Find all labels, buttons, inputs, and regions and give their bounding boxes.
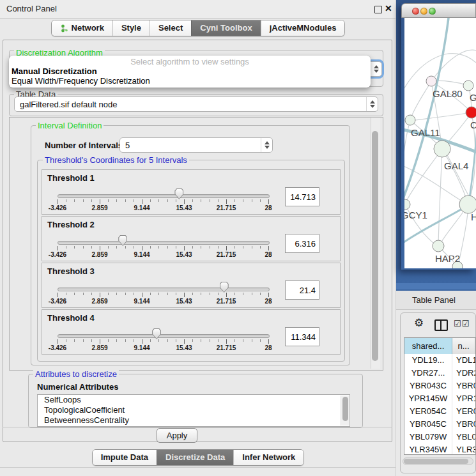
number-of-intervals-select[interactable]: 5 — [119, 137, 273, 153]
attribute-item-topologicalcoefficient[interactable]: TopologicalCoefficient — [38, 405, 349, 415]
slider-thumb[interactable] — [152, 328, 161, 339]
tab-label: Cyni Toolbox — [200, 20, 252, 36]
cell-name: YDL1 — [452, 354, 475, 367]
network-node-h[interactable] — [459, 196, 476, 213]
close-traffic-light-icon[interactable] — [412, 8, 419, 15]
dropdown-hint: Select algorithm to view settings — [9, 57, 371, 66]
tab-style[interactable]: Style — [112, 20, 150, 36]
vertical-scrollbar-thumb[interactable] — [372, 131, 378, 361]
cell-name: YLR3 — [452, 443, 475, 454]
table-row[interactable]: YBR045CYBR0 — [404, 418, 475, 431]
attribute-item-selfloops[interactable]: SelfLoops — [38, 395, 349, 405]
panel-title: Control Panel — [6, 0, 57, 18]
threshold-value-field[interactable]: 11.344 — [285, 327, 319, 346]
table-row[interactable]: YBL079WYBL0 — [404, 431, 475, 443]
network-window-titlebar[interactable] — [401, 3, 476, 18]
network-node-gal80[interactable] — [426, 76, 436, 86]
threshold-value-field[interactable]: 6.316 — [285, 234, 319, 253]
node-label: GAL80 — [433, 88, 463, 99]
select-columns-icon[interactable]: ☑☑ — [454, 319, 470, 328]
close-icon[interactable]: ✕ — [385, 3, 392, 13]
cell-shared-name: YBL079W — [404, 431, 452, 443]
slider-track[interactable] — [58, 334, 270, 338]
tick-label: 21.715 — [217, 344, 236, 351]
cell-shared-name: YDR27... — [404, 367, 452, 380]
tick-label: -3.426 — [49, 344, 66, 351]
threshold-panel: Threshold 2 -3.4262.8599.14415.4321.7152… — [42, 216, 341, 261]
horizontal-scrollbar-thumb[interactable] — [404, 459, 468, 464]
tab-impute-data[interactable]: Impute Data — [93, 450, 157, 465]
table-row[interactable]: YER054CYER0 — [404, 405, 475, 418]
node-label: H — [471, 211, 476, 222]
gear-icon[interactable]: ⚙ — [414, 317, 424, 330]
threshold-panel: Threshold 4 -3.4262.8599.14415.4321.7152… — [42, 309, 341, 355]
network-node-gcy1[interactable] — [404, 199, 410, 210]
table-row[interactable]: YBR043CYBR0 — [404, 380, 475, 392]
cell-shared-name: YLR345W — [404, 443, 452, 454]
cell-name: YBR0 — [452, 380, 475, 392]
dropdown-option-equal-width-frequency-discretization[interactable]: Equal Width/Frequency Discretization — [12, 76, 368, 86]
threshold-value-field[interactable]: 14.713 — [285, 187, 319, 206]
list-scrollbar-thumb[interactable] — [342, 397, 348, 421]
threshold-value-field[interactable]: 21.4 — [285, 280, 319, 300]
tick-label: 28 — [265, 251, 272, 258]
tab-cyni-toolbox[interactable]: Cyni Toolbox — [191, 20, 260, 36]
table-data-selected: galFiltered.sif default node — [20, 97, 117, 111]
column-header-shared-name[interactable]: shared... — [404, 338, 452, 354]
float-window-icon[interactable] — [374, 6, 382, 13]
thresholds-group-title: Threshold's Coordinates for 5 Intervals — [43, 155, 189, 165]
tab-label: Style — [121, 20, 141, 36]
table-panel-title: Table Panel — [412, 291, 456, 309]
tick-label: 21.715 — [217, 298, 236, 305]
column-header-name[interactable]: n... — [452, 338, 475, 354]
network-view-canvas[interactable]: GAL80GCGAL11GAL4GCY1HHAP2 — [404, 18, 476, 268]
tab-network[interactable]: Network — [52, 20, 112, 36]
node-attribute-table: shared... n... YDL19...YDL1YDR27...YDR2Y… — [404, 337, 476, 455]
network-node-gal4[interactable] — [434, 141, 450, 157]
table-row[interactable]: YPR145WYPR1 — [404, 392, 475, 405]
network-node-c[interactable] — [466, 107, 476, 118]
table-row[interactable]: YDL19...YDL1 — [404, 354, 475, 367]
apply-button[interactable]: Apply — [157, 428, 197, 443]
tab-jactivemnodules[interactable]: jActiveMNodules — [261, 20, 345, 36]
split-columns-icon[interactable] — [434, 319, 448, 331]
network-icon — [60, 24, 68, 33]
table-row[interactable]: YDR27...YDR2 — [404, 367, 475, 380]
slider-track[interactable] — [58, 241, 270, 245]
tab-select[interactable]: Select — [150, 20, 191, 36]
table-data-select[interactable]: galFiltered.sif default node — [14, 96, 378, 112]
stepper-arrows-icon — [261, 138, 272, 152]
number-of-intervals-value: 5 — [125, 138, 130, 152]
slider-ticks — [58, 339, 268, 344]
attribute-item-betweennesscentrality[interactable]: BetweennessCentrality — [38, 415, 349, 426]
node-label: C — [470, 119, 476, 130]
tab-discretize-data[interactable]: Discretize Data — [157, 450, 233, 465]
tab-infer-network[interactable]: Infer Network — [233, 450, 303, 465]
table-row[interactable]: YLR345WYLR3 — [404, 443, 475, 454]
network-node-g[interactable] — [463, 81, 473, 91]
zoom-traffic-light-icon[interactable] — [429, 8, 436, 15]
threshold-panel: Threshold 3 -3.4262.8599.14415.4321.7152… — [42, 263, 341, 308]
tick-label: 15.43 — [176, 344, 192, 351]
slider-thumb[interactable] — [118, 235, 127, 246]
network-node-hap2[interactable] — [433, 240, 444, 252]
tick-label: -3.426 — [49, 204, 66, 211]
node-label: HAP2 — [435, 253, 460, 264]
tab-label: Discretize Data — [165, 450, 225, 465]
node-label: G — [470, 92, 476, 103]
tick-label: 9.144 — [134, 251, 150, 258]
threshold-label: Threshold 1 — [47, 173, 95, 183]
number-of-intervals-label: Number of Intervals — [45, 141, 123, 150]
tick-label: 21.715 — [217, 204, 236, 211]
attributes-list[interactable]: SelfLoopsTopologicalCoefficientBetweenne… — [37, 394, 350, 427]
slider-thumb[interactable] — [220, 282, 229, 293]
slider-track[interactable] — [58, 288, 270, 291]
slider-tick-labels: -3.4262.8599.14415.4321.71528 — [58, 251, 268, 259]
slider-thumb[interactable] — [174, 188, 183, 199]
tick-label: 2.859 — [91, 251, 107, 258]
dropdown-option-manual-discretization[interactable]: Manual Discretization — [12, 66, 368, 76]
minimize-traffic-light-icon[interactable] — [420, 8, 427, 15]
tick-label: -3.426 — [49, 298, 66, 305]
network-node-gal11[interactable] — [405, 115, 415, 125]
slider-track[interactable] — [58, 194, 270, 198]
